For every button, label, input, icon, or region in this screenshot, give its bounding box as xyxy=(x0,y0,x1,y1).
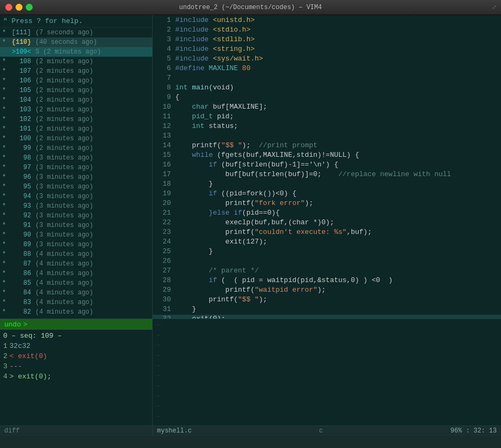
undo-time: (3 minutes ago) xyxy=(35,173,93,181)
code-content: exit(0); xyxy=(175,315,226,318)
undo-number: 86 xyxy=(9,270,31,277)
undo-time: (3 minutes ago) xyxy=(35,231,93,239)
undo-time: (3 minutes ago) xyxy=(35,212,93,219)
undo-time: (40 seconds ago) xyxy=(35,39,97,46)
undo-number: {110} xyxy=(9,39,31,46)
close-button[interactable] xyxy=(5,4,12,11)
undo-star-icon: * xyxy=(2,106,9,113)
undo-number: 85 xyxy=(9,279,31,287)
undo-time: (4 minutes ago) xyxy=(35,279,93,287)
code-line: 27 /* parent */ xyxy=(153,267,501,276)
help-text: " Press ? for help. xyxy=(0,15,152,28)
code-content: } xyxy=(175,247,213,255)
code-line: 29 printf("waitpid error"); xyxy=(153,286,501,295)
undo-tab-arrow: > xyxy=(23,321,27,329)
undo-time: (2 minutes ago) xyxy=(35,58,93,65)
code-line: 8int main(void) xyxy=(153,83,501,93)
undo-item[interactable]: *98(3 minutes ago) xyxy=(0,153,152,163)
code-content: while (fgets(buf,MAXLINE,stdin)!=NULL) { xyxy=(175,151,359,159)
code-line: 19 if ((pid=fork())<0) { xyxy=(153,189,501,199)
undo-star-icon: * xyxy=(2,202,9,210)
code-content: int main(void) xyxy=(175,83,234,92)
code-line: 5#include <sys/wait.h> xyxy=(153,55,501,64)
line-number: 12 xyxy=(156,122,171,130)
undo-item[interactable]: *[111](7 seconds ago) xyxy=(0,28,152,37)
undo-item[interactable]: *87(4 minutes ago) xyxy=(0,259,152,269)
undo-item[interactable]: *100(2 minutes ago) xyxy=(0,134,152,143)
undo-number: 105 xyxy=(9,87,31,94)
undo-item[interactable]: *108(2 minutes ago) xyxy=(0,57,152,66)
undo-item[interactable]: *84(4 minutes ago) xyxy=(0,288,152,298)
undo-time: (3 minutes ago) xyxy=(35,202,93,210)
code-content: printf("waitpid error"); xyxy=(175,286,326,294)
undo-item[interactable]: *88(4 minutes ago) xyxy=(0,249,152,259)
line-number: 25 xyxy=(156,247,171,255)
undo-item[interactable]: *101(2 minutes ago) xyxy=(0,124,152,134)
code-line: 17 buf[buf(strlen(buf)]=0; //replace new… xyxy=(153,170,501,180)
undo-number: 101 xyxy=(9,125,31,133)
undo-item[interactable]: *102(2 minutes ago) xyxy=(0,115,152,124)
undo-star-icon: * xyxy=(2,67,9,75)
code-content: printf("couldn't execute: %s",buf); xyxy=(175,228,372,236)
undo-item[interactable]: *95(3 minutes ago) xyxy=(0,182,152,192)
undo-item[interactable]: *82(4 minutes ago) xyxy=(0,307,152,317)
undo-item[interactable]: *106(2 minutes ago) xyxy=(0,76,152,86)
undo-item[interactable]: *96(3 minutes ago) xyxy=(0,172,152,182)
code-content: }else if(pid==0){ xyxy=(175,209,280,217)
undo-item[interactable]: *99(2 minutes ago) xyxy=(0,143,152,153)
undo-time: (4 minutes ago) xyxy=(35,299,93,306)
undo-item[interactable]: *97(3 minutes ago) xyxy=(0,163,152,172)
code-content: #define MAXLINE 80 xyxy=(175,64,250,72)
tilde-line: ~ xyxy=(156,401,498,412)
code-line: 16 if (buf[strlen(buf)-1]=='\n') { xyxy=(153,161,501,170)
undo-item[interactable]: *105(2 minutes ago) xyxy=(0,86,152,95)
code-content: /* parent */ xyxy=(175,267,259,275)
undo-star-icon: * xyxy=(2,29,9,36)
undo-star-icon: * xyxy=(2,250,9,258)
code-editor[interactable]: 1#include <unistd.h>2#include <stdio.h>3… xyxy=(153,15,501,318)
code-content: #include <sys/wait.h> xyxy=(175,55,263,63)
line-number: 6 xyxy=(156,64,171,72)
code-line: 28 if ( ( pid = waitpid(pid,&status,0) )… xyxy=(153,276,501,286)
undo-time: (2 minutes ago) xyxy=(35,145,93,152)
undo-item[interactable]: *89(3 minutes ago) xyxy=(0,240,152,249)
undo-item[interactable]: *104(2 minutes ago) xyxy=(0,95,152,105)
undo-item[interactable]: *92(3 minutes ago) xyxy=(0,211,152,221)
tilde-line: ~ xyxy=(156,381,498,391)
undo-item[interactable]: *93(3 minutes ago) xyxy=(0,201,152,211)
undo-number: 83 xyxy=(9,299,31,306)
code-content: exit(127); xyxy=(175,238,267,246)
undo-list: *[111](7 seconds ago)*{110}(40 seconds a… xyxy=(0,28,152,318)
undo-time: (3 minutes ago) xyxy=(35,154,93,162)
undo-tab[interactable]: undo > xyxy=(0,319,152,330)
code-line: 24 exit(127); xyxy=(153,238,501,247)
undo-item[interactable]: *{110}(40 seconds ago) xyxy=(0,37,152,47)
undo-number: [111] xyxy=(9,29,31,36)
undo-item[interactable]: *85(4 minutes ago) xyxy=(0,278,152,288)
undo-item[interactable]: *107(2 minutes ago) xyxy=(0,66,152,76)
line-number: 19 xyxy=(156,189,171,198)
minimize-button[interactable] xyxy=(16,4,23,11)
diff-line: 2 < exit(0) xyxy=(3,351,149,361)
undo-item[interactable]: *94(3 minutes ago) xyxy=(0,192,152,201)
code-content: printf("fork error"); xyxy=(175,199,313,207)
tilde-line: ~ xyxy=(156,351,498,361)
code-line: 3#include <stdlib.h> xyxy=(153,35,501,45)
maximize-button[interactable] xyxy=(26,4,33,11)
undo-item[interactable]: *86(4 minutes ago) xyxy=(0,269,152,278)
code-content: execlp(buf,buf,(char *)0); xyxy=(175,218,334,226)
undo-item[interactable]: *91(3 minutes ago) xyxy=(0,221,152,230)
status-diff-label: diff xyxy=(4,427,20,435)
undo-star-icon: * xyxy=(2,164,9,171)
code-line: 2#include <stdio.h> xyxy=(153,26,501,35)
undo-item[interactable]: *90(3 minutes ago) xyxy=(0,230,152,240)
window-title: undotree_2 (~/Documents/codes) – VIM4 xyxy=(179,4,321,11)
line-number: 9 xyxy=(156,93,171,101)
undo-time: (2 minutes ago) xyxy=(35,135,93,142)
code-area: 1#include <unistd.h>2#include <stdio.h>3… xyxy=(153,15,501,318)
undo-number: 92 xyxy=(9,212,31,219)
undo-item[interactable]: *103(2 minutes ago) xyxy=(0,105,152,115)
undo-item[interactable]: *83(4 minutes ago) xyxy=(0,298,152,307)
undo-time: (2 minutes ago) xyxy=(35,106,93,113)
undo-item[interactable]: >109<S (2 minutes ago) xyxy=(0,47,152,57)
